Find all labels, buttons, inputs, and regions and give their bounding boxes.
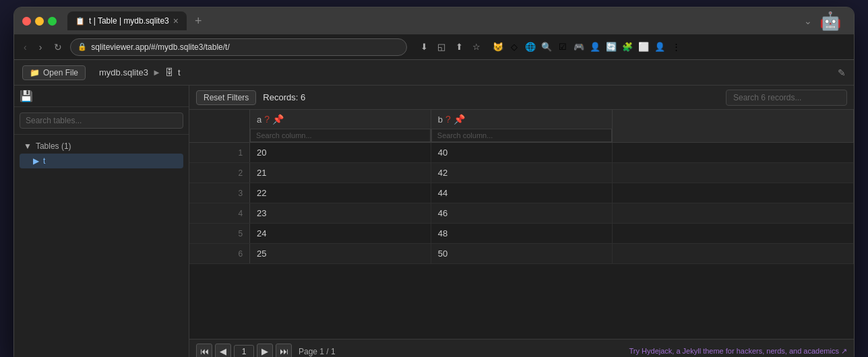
- last-page-button[interactable]: ⏭: [276, 344, 292, 358]
- cell-rownum: 1: [189, 143, 250, 163]
- cell-b[interactable]: 42: [431, 163, 612, 183]
- sidebar-search-area: [14, 107, 189, 135]
- cell-a[interactable]: 24: [250, 224, 431, 244]
- breadcrumb-db-icon: 🗄: [165, 67, 174, 77]
- expand-icon: ▼: [24, 141, 32, 151]
- table-row[interactable]: 5 24 48: [189, 224, 854, 244]
- table-icon: ▶: [33, 156, 39, 166]
- cell-a[interactable]: 20: [250, 143, 431, 163]
- prev-page-button[interactable]: ◀: [215, 344, 231, 358]
- ext-icon-9[interactable]: 🧩: [620, 40, 635, 55]
- close-button[interactable]: [22, 17, 31, 26]
- table-row[interactable]: 4 23 46: [189, 203, 854, 224]
- col-b-search-input[interactable]: [431, 129, 612, 142]
- cell-b[interactable]: 48: [431, 224, 612, 244]
- reload-button[interactable]: ↻: [50, 39, 66, 55]
- browser-toolbar-icons: ⬇ ◱ ⬆ ☆: [416, 40, 484, 55]
- col-b-pin-icon[interactable]: 📌: [454, 114, 465, 125]
- ext-icon-11[interactable]: 👤: [652, 40, 667, 55]
- ext-icon-2[interactable]: ◇: [507, 40, 522, 55]
- cell-a[interactable]: 25: [250, 244, 431, 264]
- ext-icon-6[interactable]: 🎮: [571, 40, 586, 55]
- col-a-search-input[interactable]: [250, 129, 431, 142]
- open-file-label: Open File: [43, 68, 78, 77]
- col-a-pin-icon[interactable]: 📌: [272, 114, 284, 125]
- browser-menu-icon[interactable]: ⋮: [669, 40, 683, 55]
- col-a-label: a: [257, 115, 261, 125]
- search-tables-input[interactable]: [20, 112, 183, 129]
- tab-close-button[interactable]: ×: [173, 15, 179, 26]
- search-records-input[interactable]: [726, 90, 847, 106]
- share-icon[interactable]: ⬆: [452, 40, 466, 55]
- hydejack-link[interactable]: Try Hydejack, a Jekyll theme for hackers…: [629, 347, 847, 356]
- col-b-info-icon[interactable]: ?: [445, 114, 451, 125]
- cell-b[interactable]: 44: [431, 183, 612, 203]
- breadcrumb-separator-icon: ►: [152, 67, 161, 77]
- browser-window: 📋 t | Table | mydb.sqlite3 × + ⌄ 🤖 ‹ › ↻…: [13, 7, 855, 357]
- sidebar-item-t[interactable]: ▶ t: [20, 154, 183, 168]
- sidebar-table-name: t: [43, 156, 45, 166]
- cell-a[interactable]: 22: [250, 183, 431, 203]
- ext-icon-4[interactable]: 🔍: [539, 40, 554, 55]
- cell-a[interactable]: 23: [250, 203, 431, 224]
- cell-extra: [612, 163, 853, 183]
- cell-b[interactable]: 50: [431, 244, 612, 264]
- url-text: sqliteviewer.app/#/mydb.sqlite3/table/t/: [91, 42, 229, 52]
- minimize-button[interactable]: [35, 17, 44, 26]
- cell-b[interactable]: 40: [431, 143, 612, 163]
- table-container[interactable]: a ? 📌 b ?: [189, 110, 854, 339]
- title-bar: 📋 t | Table | mydb.sqlite3 × + ⌄ 🤖: [14, 7, 854, 34]
- table-area: Reset Filters Records: 6 a: [189, 86, 854, 357]
- app-content: 📁 Open File mydb.sqlite3 ► 🗄 t ✎ 💾: [14, 60, 854, 357]
- page-number-input[interactable]: [234, 345, 254, 358]
- new-window-icon[interactable]: ◱: [434, 40, 449, 55]
- back-button[interactable]: ‹: [20, 39, 31, 55]
- forward-button[interactable]: ›: [35, 39, 46, 55]
- ext-icon-7[interactable]: 👤: [588, 40, 602, 55]
- next-page-button[interactable]: ▶: [257, 344, 273, 358]
- tables-section-label: Tables (1): [36, 141, 71, 151]
- url-bar[interactable]: 🔒 sqliteviewer.app/#/mydb.sqlite3/table/…: [70, 38, 407, 56]
- ext-icon-5[interactable]: ☑: [555, 40, 570, 55]
- col-a-info-icon[interactable]: ?: [264, 114, 270, 125]
- reset-filters-button[interactable]: Reset Filters: [196, 90, 256, 105]
- cell-rownum: 5: [189, 224, 250, 244]
- maximize-button[interactable]: [48, 17, 57, 26]
- col-header-b: b ? 📌: [431, 110, 612, 143]
- tab-bar: 📋 t | Table | mydb.sqlite3 × + ⌄: [67, 11, 812, 31]
- breadcrumb: mydb.sqlite3 ► 🗄 t: [99, 67, 180, 77]
- tab-chevron-icon: ⌄: [804, 15, 812, 26]
- app-header: 📁 Open File mydb.sqlite3 ► 🗄 t ✎: [14, 60, 854, 86]
- edit-icon[interactable]: ✎: [838, 67, 846, 78]
- bookmark-icon[interactable]: ☆: [469, 40, 484, 55]
- first-page-button[interactable]: ⏮: [196, 344, 212, 358]
- col-header-a: a ? 📌: [250, 110, 431, 143]
- table-row[interactable]: 2 21 42: [189, 163, 854, 183]
- active-tab[interactable]: 📋 t | Table | mydb.sqlite3 ×: [67, 11, 187, 30]
- sidebar-section-tables: ▼ Tables (1) ▶ t: [14, 135, 189, 172]
- sidebar-section-tables-header[interactable]: ▼ Tables (1): [20, 139, 183, 154]
- ext-icon-1[interactable]: 😺: [491, 40, 505, 55]
- table-row[interactable]: 6 25 50: [189, 244, 854, 264]
- download-icon[interactable]: ⬇: [416, 40, 431, 55]
- ext-icon-10[interactable]: ⬜: [636, 40, 651, 55]
- new-tab-button[interactable]: +: [189, 11, 208, 31]
- col-header-extra: [612, 110, 853, 143]
- cell-extra: [612, 143, 853, 163]
- table-header-row: a ? 📌 b ?: [189, 110, 854, 143]
- records-count: Records: 6: [263, 92, 305, 102]
- main-layout: 💾 ▼ Tables (1) ▶ t: [14, 86, 854, 357]
- open-file-button[interactable]: 📁 Open File: [22, 65, 86, 80]
- ext-icon-8[interactable]: 🔄: [604, 40, 619, 55]
- sidebar: 💾 ▼ Tables (1) ▶ t: [14, 86, 189, 357]
- cell-rownum: 6: [189, 244, 250, 264]
- table-toolbar: Reset Filters Records: 6: [189, 86, 854, 110]
- cell-a[interactable]: 21: [250, 163, 431, 183]
- cell-rownum: 4: [189, 203, 250, 224]
- cell-b[interactable]: 46: [431, 203, 612, 224]
- page-info: Page 1 / 1: [299, 347, 336, 356]
- sidebar-header: 💾: [14, 86, 189, 107]
- table-row[interactable]: 3 22 44: [189, 183, 854, 203]
- table-row[interactable]: 1 20 40: [189, 143, 854, 163]
- ext-icon-3[interactable]: 🌐: [523, 40, 538, 55]
